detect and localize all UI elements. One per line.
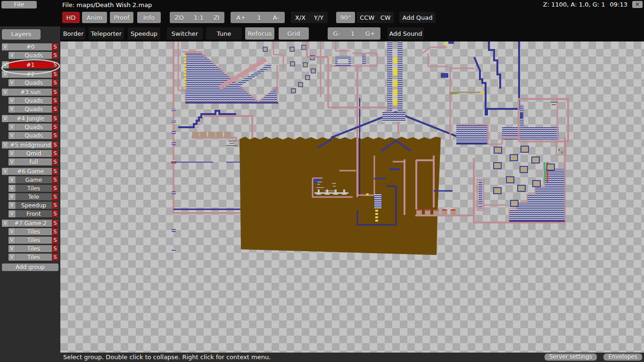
zoom-in-button[interactable]: ZI: [214, 14, 220, 21]
visibility-toggle[interactable]: V: [8, 228, 16, 235]
layer-row[interactable]: VSpeedupS: [8, 202, 58, 209]
visibility-toggle[interactable]: V: [8, 237, 16, 244]
layers-header[interactable]: Layers: [2, 29, 41, 40]
visibility-toggle[interactable]: V: [8, 123, 16, 131]
solo-button[interactable]: S: [52, 43, 58, 50]
layer-row[interactable]: VTilesS: [8, 245, 58, 252]
solo-button[interactable]: S: [52, 115, 58, 122]
solo-button[interactable]: S: [52, 79, 58, 86]
visibility-toggle[interactable]: V: [8, 79, 16, 86]
refocus-button[interactable]: Refocus: [245, 27, 274, 40]
group-row[interactable]: V#0S: [2, 43, 58, 50]
teleporter-button[interactable]: Teleporter: [89, 27, 124, 40]
visibility-toggle[interactable]: V: [8, 132, 16, 139]
solo-button[interactable]: S: [52, 61, 58, 68]
layer-row[interactable]: VfullS: [8, 158, 58, 165]
layer-row[interactable]: VQuadsS: [8, 52, 58, 59]
tune-button[interactable]: Tune: [206, 27, 242, 40]
visibility-toggle[interactable]: V: [8, 193, 16, 200]
rotate-90-button[interactable]: 90°: [336, 12, 355, 23]
visibility-toggle[interactable]: V: [2, 43, 9, 50]
visibility-toggle[interactable]: V: [2, 220, 9, 227]
solo-button[interactable]: S: [52, 168, 58, 175]
visibility-toggle[interactable]: V: [8, 185, 16, 192]
layer-row[interactable]: VTilesS: [8, 254, 58, 261]
visibility-toggle[interactable]: V: [8, 176, 16, 183]
map-canvas[interactable]: [60, 41, 644, 353]
layer-row[interactable]: VTilesS: [8, 228, 58, 235]
layer-row[interactable]: VQuadsS: [8, 123, 58, 131]
solo-button[interactable]: S: [52, 123, 58, 131]
rotate-ccw-button[interactable]: CCW: [360, 14, 374, 21]
anim-toggle[interactable]: Anim: [82, 12, 107, 23]
layer-row[interactable]: VQuadsS: [8, 106, 58, 113]
zoom-reset-button[interactable]: 1:1: [194, 14, 204, 21]
layer-row[interactable]: VTilesS: [8, 237, 58, 244]
solo-button[interactable]: S: [52, 228, 58, 235]
layer-row[interactable]: VGameS: [8, 176, 58, 183]
visibility-toggle[interactable]: V: [8, 158, 16, 165]
grid-larger-button[interactable]: G+: [365, 30, 375, 37]
visibility-toggle[interactable]: V: [8, 202, 16, 209]
layer-row[interactable]: VFrontS: [8, 210, 58, 217]
solo-button[interactable]: S: [52, 89, 58, 96]
hd-toggle[interactable]: HD: [62, 12, 80, 23]
switcher-button[interactable]: Switcher: [167, 27, 203, 40]
anim-slower-button[interactable]: A-: [272, 14, 279, 21]
visibility-toggle[interactable]: V: [8, 245, 16, 252]
visibility-toggle[interactable]: V: [8, 97, 16, 104]
solo-button[interactable]: S: [52, 106, 58, 113]
visibility-toggle[interactable]: V: [8, 254, 16, 261]
visibility-toggle[interactable]: V: [2, 71, 9, 78]
solo-button[interactable]: S: [52, 220, 58, 227]
group-row[interactable]: V#6 GameS: [2, 168, 58, 175]
group-row[interactable]: V#3 sunS: [2, 89, 58, 96]
speedup-button[interactable]: Speedup: [128, 27, 160, 40]
server-settings-button[interactable]: Server settings: [545, 354, 597, 361]
anim-faster-button[interactable]: A+: [236, 14, 246, 21]
layer-row[interactable]: VQuadsS: [8, 132, 58, 139]
envelopes-button[interactable]: Envelopes: [603, 354, 642, 361]
layer-row[interactable]: VTilesS: [8, 185, 58, 192]
flip-x-button[interactable]: X/X: [295, 14, 305, 21]
add-quad-button[interactable]: Add Quad: [399, 12, 436, 23]
visibility-toggle[interactable]: V: [2, 61, 9, 68]
solo-button[interactable]: S: [52, 132, 58, 139]
solo-button[interactable]: S: [52, 158, 58, 165]
solo-button[interactable]: S: [52, 52, 58, 59]
layer-row[interactable]: VQuadsS: [8, 79, 58, 86]
visibility-toggle[interactable]: V: [2, 115, 9, 122]
group-row[interactable]: V#1S: [2, 61, 58, 68]
visibility-toggle[interactable]: V: [8, 150, 16, 157]
solo-button[interactable]: S: [52, 193, 58, 200]
grid-smaller-button[interactable]: G-: [333, 30, 340, 37]
visibility-toggle[interactable]: V: [2, 89, 9, 96]
border-button[interactable]: Border: [61, 27, 85, 40]
grid-toggle[interactable]: Grid: [279, 27, 309, 40]
add-sound-button[interactable]: Add Sound: [388, 27, 424, 40]
solo-button[interactable]: S: [52, 185, 58, 192]
flip-y-button[interactable]: Y/Y: [314, 14, 323, 21]
solo-button[interactable]: S: [52, 150, 58, 157]
visibility-toggle[interactable]: V: [8, 106, 16, 113]
solo-button[interactable]: S: [52, 202, 58, 209]
group-row[interactable]: V#2S: [2, 71, 58, 78]
solo-button[interactable]: S: [52, 237, 58, 244]
visibility-toggle[interactable]: V: [8, 52, 16, 59]
group-row[interactable]: V#7 Game 2S: [2, 220, 58, 227]
add-group-button[interactable]: Add group: [2, 263, 58, 271]
solo-button[interactable]: S: [52, 254, 58, 261]
group-row[interactable]: V#5 midgroundS: [2, 141, 58, 148]
layer-row[interactable]: VQmidS: [8, 150, 58, 157]
solo-button[interactable]: S: [52, 245, 58, 252]
solo-button[interactable]: S: [52, 210, 58, 217]
close-icon[interactable]: ×: [632, 1, 643, 8]
visibility-toggle[interactable]: V: [8, 210, 16, 217]
visibility-toggle[interactable]: V: [2, 141, 9, 148]
layer-row[interactable]: VQuadsS: [8, 97, 58, 104]
solo-button[interactable]: S: [52, 97, 58, 104]
solo-button[interactable]: S: [52, 176, 58, 183]
layer-row[interactable]: VTeleS: [8, 193, 58, 200]
zoom-out-button[interactable]: ZO: [175, 14, 184, 21]
proof-toggle[interactable]: Proof: [110, 12, 133, 23]
